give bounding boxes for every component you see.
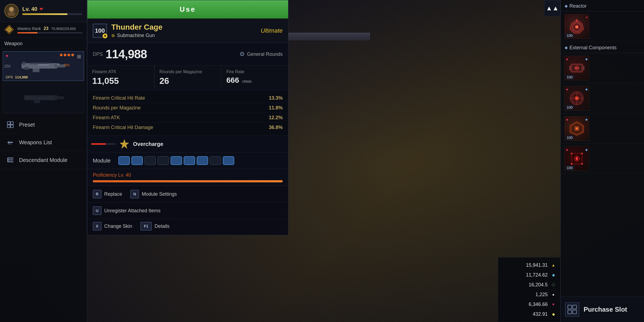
module-slot-2[interactable] [144,156,156,165]
module-slot-1[interactable] [131,156,143,165]
purchase-slot-button[interactable]: Purchase Slot [561,297,644,322]
attr-row-2: Firearm ATK 12.2% [93,113,283,123]
component-slot-2[interactable]: 100 ♥ ◆ [561,83,644,114]
reactor-gem-svg [569,18,585,35]
level-text: Lv. 40 [22,6,37,12]
dps-row: DPS 114,988 ⚙ General Rounds [87,43,288,66]
reactor-level-badge: 100 [565,33,574,38]
details-button[interactable]: F1 Details [140,222,170,231]
active-weapon-slot[interactable]: ♥ ⊞ DPS 114,988 [3,51,84,81]
reactor-title: Reactor [569,3,587,9]
dps-label: DPS [93,51,103,57]
reactor-slot[interactable]: 100 ♥ [561,11,644,42]
nav-item-weapons-list[interactable]: Weapons List [0,134,87,151]
stat-fire-rate: Fire Rate 666 r/min [221,66,288,90]
currency-value-4: 1,225 [520,292,548,298]
left-sidebar: Lv. 40 ❤ Mastery Rank 23 70,969/229,600 [0,0,87,322]
descendant-module-label: Descendant Module [19,157,67,163]
stat-label-fire-rate: Fire Rate [226,69,283,74]
currency-icon-1: ▲ [550,262,556,268]
currency-row-1: 15,941.31 ▲ [498,260,560,270]
weapons-list-label: Weapons List [19,139,52,146]
inactive-weapon-slot[interactable] [3,83,84,113]
module-settings-button[interactable]: N Module Settings [130,190,177,198]
scroll-up-button[interactable]: ▲▲ [544,0,560,16]
module-slot-4[interactable] [171,156,182,165]
replace-key: R [93,190,101,198]
svg-rect-9 [24,67,29,70]
unregister-button[interactable]: U Unregister Attached Items [93,206,161,215]
attr-value-0: 13.3% [269,95,283,101]
module-settings-key: N [130,190,139,198]
component-slot-4[interactable]: 100 ♥ ◆ [561,144,644,174]
module-slot-0[interactable] [118,156,130,165]
reactor-section-marker [565,5,568,8]
svg-rect-8 [33,68,39,72]
descendant-module-icon [7,156,14,164]
component-4-icon: 100 ♥ ◆ [565,146,589,171]
replace-button[interactable]: R Replace [93,190,122,198]
svg-point-2 [10,8,13,11]
player-level-row: Lv. 40 ❤ [22,6,82,12]
currency-icon-3: ⬡ [550,282,556,288]
nav-item-preset[interactable]: Preset [0,116,87,134]
reactor-corner-icon: ♥ [586,16,588,19]
weapons-list-svg [7,139,14,146]
component-slot-1[interactable]: 100 ♥ ◆ [561,53,644,83]
svg-rect-58 [581,153,583,154]
component-3-icon: 100 ♥ ◆ [565,116,589,141]
dps-value: 114,988 [106,47,147,61]
mastery-rank: 23 [44,26,48,31]
module-slot-6[interactable] [197,156,208,165]
svg-rect-60 [581,163,583,165]
nav-items: Preset Weapons List Descend [0,116,87,322]
svg-point-13 [63,64,70,66]
weapon-card: Use 100 ⊛ Thunder Cage ⊛ Submachine Gun … [87,0,288,235]
fire-rate-number: 666 [226,76,239,84]
stat-label-rounds: Rounds per Magazine [159,69,216,74]
right-sidebar: Reactor 100 ♥ External Components [560,0,644,322]
change-skin-button[interactable]: X Change Skin [93,222,132,231]
svg-point-34 [576,26,578,28]
replace-label: Replace [104,191,122,197]
module-slot-3[interactable] [158,156,169,165]
stat-value-rounds: 26 [159,76,216,86]
purchase-slot-icon [565,302,579,317]
weapon-slot-number: 250 [4,64,10,68]
component-4-corner: ◆ [585,148,588,152]
ammo-icon: ⚙ [239,51,245,58]
component-1-corner: ◆ [585,57,588,61]
module-slot-7[interactable] [210,156,221,165]
svg-rect-62 [573,305,577,309]
svg-point-1 [8,12,15,16]
component-3-heart: ♥ [566,118,568,122]
attr-value-3: 36.8% [269,125,283,130]
weapon-grid-icon: ⊞ [77,54,81,60]
attr-value-1: 11.8% [269,105,283,111]
proficiency-bar [93,180,283,182]
nav-item-descendant-module[interactable]: Descendant Module [0,151,87,169]
module-slot-8[interactable] [223,156,234,165]
component-slot-3[interactable]: 100 ♥ ◆ [561,114,644,144]
purchase-grid-icon [567,305,577,314]
use-button[interactable]: Use [87,0,288,19]
weapon-type: Submachine Gun [117,33,155,38]
mastery-label: Mastery Rank [17,26,41,31]
module-slot-5[interactable] [184,156,195,165]
attr-row-3: Firearm Critical Hit Damage 36.8% [93,123,283,132]
action-row-3: X Change Skin F1 Details [87,219,288,235]
svg-rect-64 [573,310,577,314]
attr-value-2: 12.2% [269,115,283,121]
preset-icon [7,121,14,128]
attr-row-0: Firearm Critical Hit Rate 13.3% [93,93,283,103]
dot-2 [64,54,66,56]
svg-rect-59 [571,163,572,165]
component-2-icon: 100 ♥ ◆ [565,86,589,111]
three-stats: Firearm ATK 11,055 Rounds per Magazine 2… [87,66,288,90]
proficiency-row: Proficiency Lv. 40 [87,169,288,186]
dot-1 [60,54,63,56]
svg-rect-26 [7,160,13,160]
attr-name-3: Firearm Critical Hit Damage [93,125,153,130]
svg-rect-24 [8,144,12,144]
component-3-svg [569,120,585,137]
